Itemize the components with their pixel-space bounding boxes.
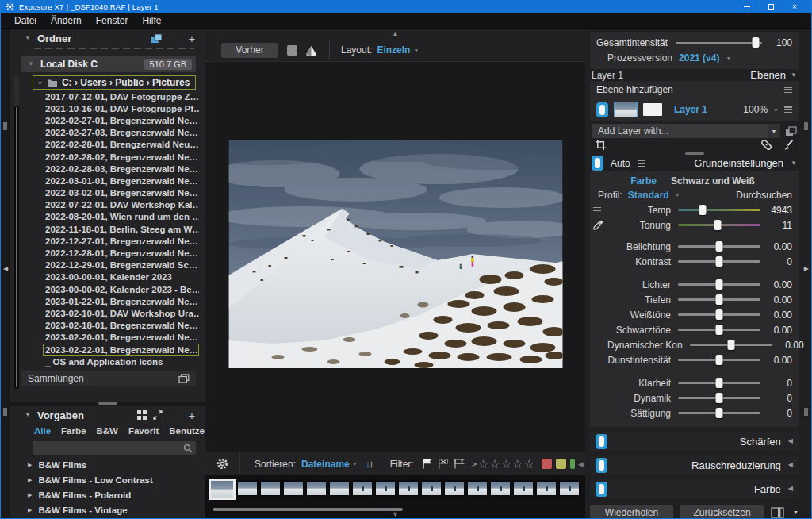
auto-label[interactable]: Auto	[611, 158, 630, 169]
filter-prev-icon[interactable]: ◀	[578, 460, 584, 468]
menu-icon[interactable]	[593, 207, 601, 213]
collections-row[interactable]: Sammlungen	[21, 371, 196, 386]
section-row[interactable]: Farbe ◀	[590, 479, 799, 498]
sort-select[interactable]: Dateiname	[301, 459, 350, 470]
background-swatch[interactable]	[287, 45, 297, 56]
preset-group[interactable]: ▶ B&W Films - Vintage	[10, 502, 205, 517]
brush-icon[interactable]	[781, 139, 794, 152]
image-preview[interactable]	[205, 62, 585, 452]
split-preview-icon[interactable]	[304, 45, 318, 56]
mode-tab[interactable]: Farbe	[630, 175, 657, 186]
menu-icon[interactable]	[638, 160, 645, 167]
folder-item[interactable]: 2023-00-00-01, Kalender 2023	[45, 271, 199, 283]
right-collapse-arrow-icon[interactable]: ▶	[804, 265, 809, 272]
expand-view-icon[interactable]	[153, 410, 163, 420]
color-swatch[interactable]	[542, 459, 552, 469]
add-layer-row[interactable]: Ebene hinzufügen	[590, 81, 799, 98]
folders-scrollbar[interactable]	[14, 76, 19, 387]
profile-select[interactable]: Standard	[628, 190, 669, 201]
filmstrip-thumbnail[interactable]	[236, 480, 259, 497]
redo-button[interactable]: Wiederholen	[590, 505, 673, 518]
layer-opacity[interactable]: 100%	[743, 104, 768, 115]
slider[interactable]	[678, 245, 760, 248]
preset-group[interactable]: ▶ B&W Films - Polaroid	[10, 487, 205, 502]
preset-tab[interactable]: Farbe	[61, 426, 86, 436]
add-folder-button[interactable]: +	[186, 33, 197, 44]
mode-tab[interactable]: Schwarz und Weiß	[671, 175, 755, 186]
slider[interactable]	[690, 344, 772, 346]
star-icon[interactable]: ☆	[501, 458, 511, 470]
slider[interactable]	[678, 298, 760, 301]
preset-group[interactable]: ▶ B&W Films - Low Contrast	[10, 472, 205, 487]
menu-icon[interactable]	[784, 106, 792, 113]
filmstrip-thumbnail[interactable]	[259, 480, 282, 497]
folder-item[interactable]: _ OS and Application Icons	[45, 356, 199, 367]
panel-layout-icon[interactable]	[771, 507, 786, 518]
folder-item[interactable]: 2023-02-10-01, DAV Workshop Ura…	[45, 307, 199, 319]
menu-item[interactable]: Ändern	[44, 13, 89, 29]
sort-direction-icon[interactable]: ↓↑	[366, 458, 373, 470]
layer-visibility-toggle[interactable]	[596, 102, 608, 117]
close-button[interactable]: ×	[783, 0, 806, 13]
slider[interactable]	[678, 359, 760, 361]
slider[interactable]	[678, 382, 760, 384]
path-expand-icon[interactable]: ▼	[37, 80, 43, 86]
basic-enable-toggle[interactable]	[592, 156, 603, 171]
chevron-down-icon[interactable]: ▼	[793, 509, 799, 515]
section-enable-toggle[interactable]	[596, 434, 607, 449]
filmstrip-thumbnail[interactable]	[443, 480, 465, 497]
folder-path-row[interactable]: ▼ C: › Users › Public › Pictures	[33, 75, 196, 90]
drive-expand-icon[interactable]: ▼	[28, 61, 34, 67]
slider[interactable]	[678, 397, 760, 399]
right-edge-handle[interactable]	[804, 408, 808, 416]
left-edge-handle[interactable]	[3, 408, 7, 416]
basic-panel-title[interactable]: Grundeinstellungen	[694, 157, 783, 169]
collapse-down-arrow-icon[interactable]: ▼	[392, 510, 399, 518]
folder-item[interactable]: 2022-02-28-03, Bregenzerwald Ne…	[45, 163, 199, 175]
folder-item[interactable]: 2022-02-27-01, Bregenzerwald Ne…	[45, 114, 199, 126]
right-edge-handle[interactable]	[804, 122, 808, 130]
filmstrip-thumbnail[interactable]	[328, 480, 350, 497]
folder-item[interactable]: 2023-02-20-01, Bregenzerwald Ne…	[45, 332, 199, 344]
menu-icon[interactable]	[784, 86, 792, 93]
minimize-button[interactable]	[735, 0, 759, 13]
filmstrip-thumbnail[interactable]	[397, 480, 419, 497]
collapse-up-arrow-icon[interactable]: ▲	[392, 29, 399, 37]
collapse-triangle-icon[interactable]: ▼	[25, 35, 31, 41]
crop-icon[interactable]	[595, 139, 607, 151]
filmstrip-thumbnail[interactable]	[305, 480, 327, 497]
collapse-triangle-icon[interactable]: ▼	[25, 412, 31, 418]
menu-item[interactable]: Hilfe	[135, 13, 168, 29]
heal-icon[interactable]	[760, 138, 773, 152]
maximize-button[interactable]	[759, 0, 783, 13]
eyedropper-icon[interactable]	[593, 220, 603, 230]
flag-unflagged-icon[interactable]	[454, 459, 465, 469]
color-swatch[interactable]	[570, 459, 575, 469]
folder-item[interactable]: 2022-02-27-03, Bregenzerwald Ne…	[45, 127, 199, 139]
star-icon[interactable]: ☆	[489, 458, 500, 470]
preset-tab[interactable]: Alle	[34, 426, 51, 436]
folder-item[interactable]: 2017-07-12-01, DAV Fotogruppe Z…	[45, 90, 199, 102]
layout-select[interactable]: Einzeln	[377, 44, 410, 56]
slider[interactable]	[678, 283, 760, 286]
filmstrip-thumbnail[interactable]	[351, 480, 373, 497]
before-button[interactable]: Vorher	[221, 43, 278, 58]
filmstrip-thumbnail[interactable]	[209, 479, 236, 500]
process-version-select[interactable]: 2021 (v4)	[679, 52, 719, 63]
add-preset-button[interactable]: +	[186, 409, 197, 421]
folder-item[interactable]: 2022-11-18-01, Berlin, Steeg am W…	[45, 223, 199, 235]
drive-row[interactable]: ▼ Local Disk C 510.7 GB	[21, 56, 196, 72]
folder-item[interactable]: 2022-03-02-01, Bregenzerwald Ne…	[45, 187, 199, 199]
section-row[interactable]: Schärfen ◀	[590, 432, 799, 451]
folder-item[interactable]: 2022-02-28-02, Bregenzerwald Ne…	[45, 151, 199, 163]
remove-preset-button[interactable]: –	[169, 409, 180, 421]
grid-view-icon[interactable]	[137, 410, 147, 420]
star-icon[interactable]: ☆	[478, 458, 488, 470]
filmstrip-scrollbar[interactable]	[213, 508, 403, 511]
filmstrip-thumbnail[interactable]	[489, 480, 511, 497]
layer-row[interactable]: Layer 1 100% ▼	[590, 98, 799, 121]
layer-name[interactable]: Layer 1	[674, 104, 707, 115]
folder-item[interactable]: 2023-02-18-01, Bregenzerwald Ne…	[45, 320, 199, 332]
preset-tab[interactable]: Benutzer	[169, 426, 205, 436]
folder-item[interactable]: 2022-12-28-01, Bregenzerwald Ne…	[45, 247, 199, 259]
